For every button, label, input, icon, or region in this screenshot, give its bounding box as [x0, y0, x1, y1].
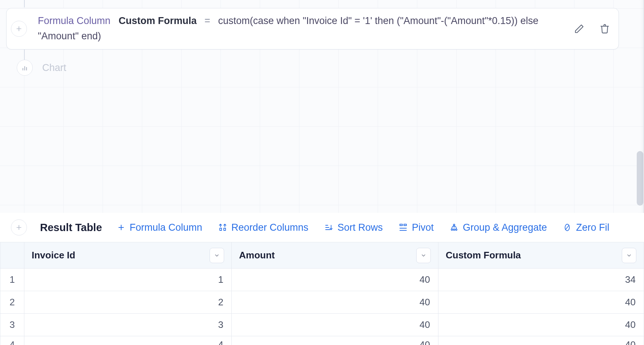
result-header: Result Table Formula Column Reorder Colu… [0, 213, 644, 242]
svg-rect-9 [220, 228, 222, 230]
toolbar-formula-column[interactable]: Formula Column [117, 222, 202, 233]
add-step-button[interactable] [11, 21, 27, 37]
chevron-down-icon [214, 253, 220, 258]
canvas-area: Formula Column Custom Formula = custom(c… [0, 0, 644, 213]
equals-sign: = [204, 15, 210, 26]
toolbar-sort-rows[interactable]: Sort Rows [324, 222, 383, 233]
cell-invoice-id[interactable]: 3 [24, 314, 232, 336]
chevron-down-icon [626, 253, 632, 258]
sort-icon [324, 223, 333, 232]
svg-point-20 [453, 229, 455, 230]
cell-invoice-id[interactable]: 2 [24, 291, 232, 314]
table-row[interactable]: 3 3 40 40 [0, 314, 644, 336]
column-menu-button[interactable] [416, 248, 431, 263]
formula-text: Formula Column Custom Formula = custom(c… [38, 13, 573, 44]
edit-button[interactable] [573, 22, 586, 35]
toolbar-item-label: Sort Rows [337, 222, 383, 233]
toolbar-group-aggregate[interactable]: Group & Aggregate [450, 222, 547, 233]
cell-amount[interactable]: 40 [232, 291, 438, 314]
row-number-header [0, 242, 24, 269]
result-table-title: Result Table [40, 222, 102, 234]
table-row[interactable]: 2 2 40 40 [0, 291, 644, 314]
pencil-icon [574, 24, 584, 34]
formula-name: Custom Formula [119, 15, 197, 26]
column-header-amount[interactable]: Amount [232, 242, 438, 269]
formula-type-label: Formula Column [38, 15, 111, 26]
row-number: 1 [0, 269, 24, 291]
toolbar-item-label: Reorder Columns [231, 222, 309, 233]
toolbar-item-label: Group & Aggregate [463, 222, 547, 233]
toolbar-zero-fill[interactable]: Zero Fil [563, 222, 609, 233]
connector-line [24, 49, 25, 60]
plus-icon [117, 223, 125, 231]
row-number: 3 [0, 314, 24, 336]
cell-amount[interactable]: 40 [232, 269, 438, 291]
table-row[interactable]: 1 1 40 34 [0, 269, 644, 291]
svg-rect-14 [400, 224, 402, 226]
cell-amount[interactable]: 40 [232, 314, 438, 336]
column-header-label: Amount [239, 250, 275, 261]
connector-line [24, 0, 25, 7]
zero-fill-icon [563, 223, 572, 232]
toolbar-item-label: Pivot [412, 222, 434, 233]
chart-icon-circle[interactable] [17, 60, 33, 76]
svg-line-23 [565, 225, 569, 230]
add-result-button[interactable] [11, 219, 27, 235]
column-header-custom-formula[interactable]: Custom Formula [438, 242, 644, 269]
chart-label: Chart [42, 62, 66, 74]
cell-amount[interactable]: 40 [232, 336, 438, 345]
toolbar-reorder-columns[interactable]: Reorder Columns [218, 222, 309, 233]
bar-chart-icon [21, 64, 28, 71]
cell-invoice-id[interactable]: 1 [24, 269, 232, 291]
group-icon [450, 223, 458, 232]
toolbar-pivot[interactable]: Pivot [399, 222, 434, 233]
result-table: Invoice Id Amount [0, 242, 644, 345]
toolbar-item-label: Zero Fil [576, 222, 609, 233]
result-section: Result Table Formula Column Reorder Colu… [0, 213, 644, 345]
row-number: 2 [0, 291, 24, 314]
formula-column-card[interactable]: Formula Column Custom Formula = custom(c… [6, 8, 619, 49]
chevron-down-icon [421, 253, 426, 258]
cell-custom-formula[interactable]: 40 [438, 291, 644, 314]
column-menu-button[interactable] [210, 248, 224, 263]
svg-rect-10 [224, 228, 226, 230]
cell-custom-formula[interactable]: 34 [438, 269, 644, 291]
delete-button[interactable] [598, 22, 611, 35]
chart-node[interactable]: Chart [17, 60, 66, 76]
formula-expression: custom(case when "Invoice Id" = '1' then… [38, 15, 538, 41]
row-number: 4 [0, 336, 24, 345]
result-toolbar: Formula Column Reorder Columns Sort Rows… [117, 222, 609, 233]
trash-icon [600, 24, 610, 34]
svg-rect-15 [404, 224, 406, 226]
cell-invoice-id[interactable]: 4 [24, 336, 232, 345]
scrollbar-thumb[interactable] [637, 151, 643, 206]
column-header-invoice-id[interactable]: Invoice Id [24, 242, 232, 269]
pivot-icon [399, 223, 408, 232]
card-actions [573, 22, 611, 35]
table-row[interactable]: 4 4 40 40 [0, 336, 644, 345]
column-header-label: Invoice Id [32, 250, 75, 261]
column-header-label: Custom Formula [446, 250, 521, 261]
cell-custom-formula[interactable]: 40 [438, 314, 644, 336]
reorder-icon [218, 223, 227, 232]
column-menu-button[interactable] [622, 248, 636, 263]
toolbar-item-label: Formula Column [130, 222, 202, 233]
cell-custom-formula[interactable]: 40 [438, 336, 644, 345]
